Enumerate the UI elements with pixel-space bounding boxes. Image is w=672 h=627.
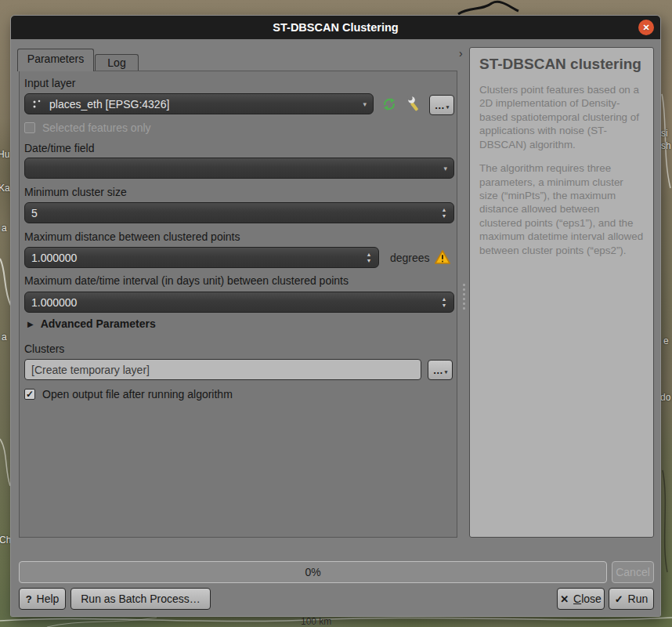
warning-icon	[434, 249, 451, 265]
dialog-body: Parameters Log › Input layer places_eth …	[11, 39, 660, 616]
close-icon: ✕	[642, 23, 649, 33]
iterate-layer-button[interactable]	[381, 96, 398, 113]
max-interval-label: Maximum date/time interval (in days unit…	[24, 274, 349, 287]
degrees-unit-label: degrees	[390, 252, 430, 264]
close-button-label: Close	[573, 593, 602, 605]
map-label: e	[663, 335, 669, 346]
wrench-icon	[406, 96, 423, 113]
run-button[interactable]: ✓ Run	[609, 588, 654, 610]
min-cluster-size-value: 5	[31, 207, 38, 219]
dropdown-arrow-icon: ▾	[443, 165, 447, 172]
clusters-label: Clusters	[24, 342, 64, 355]
help-icon: ?	[26, 593, 32, 605]
max-distance-value: 1.000000	[31, 252, 77, 264]
stdbscan-dialog-window: ST-DBSCAN Clustering ✕ Parameters Log › …	[11, 16, 660, 616]
map-scale-label: 100 km	[301, 616, 331, 627]
map-label: Ch	[0, 535, 11, 545]
selected-features-checkbox[interactable]: Selected features only	[24, 121, 151, 134]
close-icon: ✕	[560, 593, 569, 605]
parameters-panel: Input layer places_eth [EPSG:4326] ▾	[19, 71, 457, 538]
iterate-icon	[381, 96, 398, 113]
max-interval-value: 1.000000	[31, 296, 77, 309]
spinner-arrows[interactable]: ▲ ▼	[363, 248, 374, 266]
spin-down-icon: ▼	[442, 213, 447, 219]
input-layer-combobox[interactable]: places_eth [EPSG:4326] ▾	[24, 93, 374, 114]
max-distance-label: Maximum distance between clustered point…	[24, 230, 240, 243]
help-panel: ST-DBSCAN clustering Clusters point feat…	[469, 47, 654, 538]
cancel-button[interactable]: Cancel	[612, 561, 654, 583]
spinner-arrows[interactable]: ▲ ▼	[439, 293, 450, 311]
advanced-options-button[interactable]	[406, 96, 423, 113]
map-label: sh	[661, 140, 671, 151]
open-output-label: Open output file after running algorithm	[42, 388, 233, 400]
input-layer-browse-button[interactable]: … ▾	[429, 95, 454, 115]
input-layer-label: Input layer	[24, 77, 75, 89]
tab-log-label: Log	[107, 56, 125, 69]
map-label: Hu	[0, 149, 9, 160]
close-button[interactable]: ✕ Close	[557, 588, 605, 610]
help-button-label: Help	[37, 593, 60, 605]
batch-button-label: Run as Batch Process…	[81, 593, 201, 605]
dropdown-arrow-icon: ▾	[445, 369, 448, 375]
collapse-arrow-icon: ▶	[27, 320, 34, 328]
datetime-field-label: Date/time field	[24, 142, 94, 154]
min-cluster-size-spinbox[interactable]: 5 ▲ ▼	[24, 202, 454, 223]
tab-parameters[interactable]: Parameters	[17, 49, 94, 71]
advanced-parameters-label: Advanced Parameters	[41, 317, 156, 330]
map-label: a	[2, 223, 7, 234]
progress-bar: 0%	[19, 561, 607, 583]
spinner-arrows[interactable]: ▲ ▼	[439, 204, 450, 222]
clusters-output-input[interactable]: [Create temporary layer]	[24, 359, 421, 380]
title-bar[interactable]: ST-DBSCAN Clustering ✕	[11, 16, 660, 39]
spin-up-icon: ▲	[442, 296, 447, 302]
selected-features-label: Selected features only	[42, 121, 151, 134]
checkbox-unchecked-icon	[24, 122, 35, 133]
spin-up-icon: ▲	[367, 252, 372, 257]
ellipsis-icon: …	[433, 364, 443, 376]
min-cluster-size-label: Minimum cluster size	[24, 186, 127, 198]
help-button[interactable]: ? Help	[19, 588, 66, 610]
checkbox-checked-icon: ✓	[24, 389, 35, 400]
tab-parameters-label: Parameters	[27, 53, 84, 65]
window-title: ST-DBSCAN Clustering	[273, 21, 398, 34]
map-label: a	[2, 332, 7, 342]
map-label: do	[660, 392, 670, 403]
progress-text: 0%	[305, 566, 320, 578]
panel-splitter-handle[interactable]	[461, 281, 467, 312]
spin-up-icon: ▲	[442, 207, 447, 212]
max-interval-spinbox[interactable]: 1.000000 ▲ ▼	[24, 292, 454, 313]
point-layer-icon	[31, 98, 44, 111]
map-label: si	[661, 128, 668, 139]
input-layer-value: places_eth [EPSG:4326]	[49, 98, 169, 111]
help-title: ST-DBSCAN clustering	[479, 56, 644, 73]
spin-down-icon: ▼	[367, 258, 372, 263]
tab-log[interactable]: Log	[95, 54, 139, 71]
open-output-checkbox[interactable]: ✓ Open output file after running algorit…	[24, 388, 233, 400]
help-paragraph: The algorithm requires three parameters,…	[479, 161, 644, 257]
map-label: Ka	[0, 183, 10, 194]
ellipsis-icon: …	[435, 100, 445, 111]
datetime-field-combobox[interactable]: ▾	[24, 158, 454, 179]
run-icon: ✓	[615, 593, 623, 605]
dropdown-arrow-icon: ▾	[363, 100, 367, 108]
help-paragraph: Clusters point features based on a 2D im…	[479, 83, 644, 151]
run-button-label: Run	[628, 593, 649, 605]
clusters-browse-button[interactable]: … ▾	[428, 360, 453, 380]
panel-expand-arrow-icon[interactable]: ›	[459, 47, 463, 60]
close-window-button[interactable]: ✕	[638, 20, 654, 35]
clusters-output-value: [Create temporary layer]	[31, 364, 150, 376]
dropdown-arrow-icon: ▾	[446, 104, 450, 111]
spin-down-icon: ▼	[442, 303, 447, 308]
max-distance-spinbox[interactable]: 1.000000 ▲ ▼	[24, 247, 379, 268]
cancel-label: Cancel	[616, 566, 650, 578]
run-as-batch-button[interactable]: Run as Batch Process…	[70, 588, 211, 610]
advanced-parameters-toggle[interactable]: ▶ Advanced Parameters	[27, 317, 156, 330]
